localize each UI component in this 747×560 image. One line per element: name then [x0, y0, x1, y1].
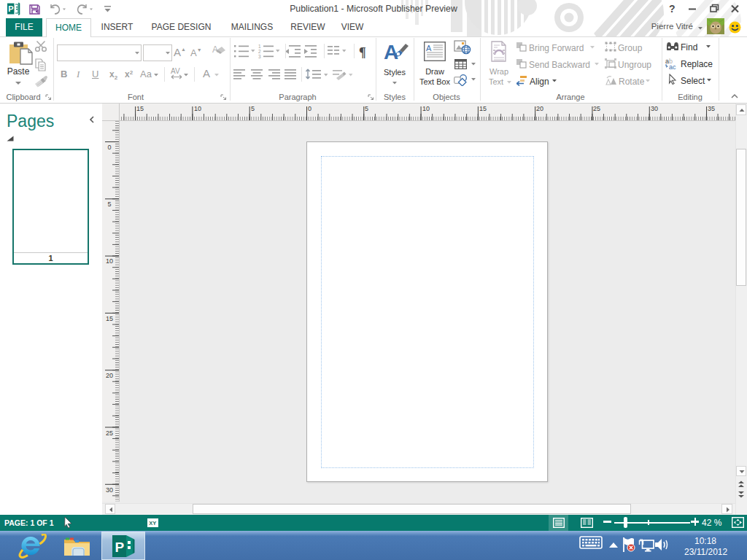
- svg-text:ac: ac: [669, 63, 676, 70]
- svg-text:XY: XY: [149, 520, 156, 526]
- svg-text:¶: ¶: [359, 45, 366, 60]
- svg-text:AV: AV: [171, 67, 180, 75]
- svg-text:A: A: [426, 44, 432, 52]
- svg-text:A: A: [384, 41, 398, 63]
- svg-text:2: 2: [258, 49, 261, 54]
- svg-text:?: ?: [669, 3, 676, 15]
- svg-text:A: A: [212, 44, 218, 55]
- svg-text:1: 1: [258, 44, 261, 49]
- svg-text:3: 3: [258, 54, 261, 59]
- svg-text:Paste: Paste: [7, 66, 30, 77]
- svg-text:P: P: [115, 540, 125, 555]
